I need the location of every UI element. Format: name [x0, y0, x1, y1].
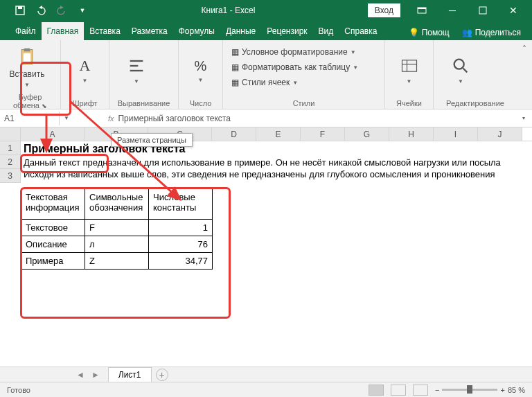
font-group-label: Шрифт: [66, 98, 103, 107]
close-button[interactable]: ✕: [499, 1, 528, 20]
tell-me-button[interactable]: 💡Помощ: [405, 25, 454, 40]
undo-icon[interactable]: [35, 4, 47, 17]
cell-text[interactable]: Исходя из написанных выше слов, эти свед…: [21, 168, 504, 180]
row-header[interactable]: 1: [0, 141, 21, 155]
cells-area[interactable]: Примерный заголовок текста Данный текст …: [21, 141, 532, 183]
sheet-nav-next-icon[interactable]: ►: [91, 370, 100, 380]
window-title: Книга1 - Excel: [89, 6, 368, 15]
paste-button[interactable]: Вставить ▼: [6, 43, 48, 91]
table-header[interactable]: Символьные обозначения: [85, 189, 149, 220]
font-group-button[interactable]: A▼: [66, 46, 103, 95]
expand-formula-icon[interactable]: ▾: [522, 115, 525, 121]
svg-line-15: [463, 69, 468, 73]
col-header[interactable]: A: [21, 127, 85, 141]
tab-home[interactable]: Главная: [42, 22, 85, 40]
qa-customize-icon[interactable]: ▼: [76, 4, 89, 17]
tab-layout[interactable]: Разметка: [126, 22, 173, 40]
table-cell[interactable]: Z: [85, 253, 149, 270]
clipboard-group-label: Буфер обмена ⬊: [6, 91, 55, 109]
col-header[interactable]: E: [256, 127, 301, 141]
select-all-corner[interactable]: [0, 127, 21, 141]
save-icon[interactable]: [14, 4, 26, 17]
add-sheet-button[interactable]: +: [156, 369, 168, 381]
zoom-slider[interactable]: [442, 389, 497, 391]
row-header[interactable]: 2: [0, 155, 21, 169]
tab-insert[interactable]: Вставка: [84, 22, 126, 40]
page-layout-view-button[interactable]: [391, 385, 406, 396]
tab-help[interactable]: Справка: [339, 22, 382, 40]
zoom-level[interactable]: 85 %: [508, 386, 525, 394]
tab-data[interactable]: Данные: [220, 22, 261, 40]
table-header[interactable]: Текстовая информация: [21, 189, 85, 220]
table-cell[interactable]: Текстовое: [21, 220, 85, 236]
conditional-formatting-button[interactable]: ▦Условное форматирование▼: [229, 46, 359, 58]
column-headers: A B C D E F G H I J: [0, 127, 532, 141]
table-cell[interactable]: 76: [149, 236, 213, 253]
fx-icon[interactable]: fx: [108, 114, 114, 123]
table-cell[interactable]: Описание: [21, 236, 85, 253]
title-bar: ▼ Книга1 - Excel Вход ─ ✕: [0, 0, 532, 21]
normal-view-button[interactable]: [369, 385, 384, 396]
bulb-icon: 💡: [409, 28, 419, 37]
cell-text[interactable]: Данный текст предназначен для использова…: [21, 157, 504, 168]
signin-button[interactable]: Вход: [368, 3, 400, 17]
cell-heading[interactable]: Примерный заголовок текста: [21, 141, 504, 157]
table-cell[interactable]: F: [85, 220, 149, 236]
table-header[interactable]: Числовые константы: [149, 189, 213, 220]
alignment-group-button[interactable]: ▼: [115, 46, 158, 95]
cell-styles-button[interactable]: ▦Стили ячеек▼: [229, 76, 301, 89]
col-header[interactable]: F: [301, 127, 345, 141]
sheet-tabs-bar: ◄ ► Лист1 +: [0, 367, 532, 382]
page-break-view-button[interactable]: [413, 385, 428, 396]
tooltip: Разметка страницы: [111, 133, 193, 147]
zoom-out-button[interactable]: −: [435, 386, 439, 394]
col-header[interactable]: G: [345, 127, 389, 141]
sheet-tab[interactable]: Лист1: [108, 367, 152, 382]
tab-formulas[interactable]: Формулы: [173, 22, 220, 40]
col-header[interactable]: I: [434, 127, 478, 141]
col-header[interactable]: J: [478, 127, 522, 141]
table-cell[interactable]: л: [85, 236, 149, 253]
svg-rect-3: [418, 8, 426, 9]
svg-rect-6: [24, 48, 30, 51]
styles-group-label: Стили: [229, 98, 379, 107]
zoom-in-button[interactable]: +: [500, 386, 504, 394]
format-as-table-button[interactable]: ▦Форматировать как таблицу▼: [229, 61, 361, 73]
status-text: Готово: [7, 386, 30, 394]
worksheet[interactable]: A B C D E F G H I J 1 2 3 Примерный заго…: [0, 127, 532, 356]
table-cell[interactable]: Примера: [21, 253, 85, 270]
data-table: Текстовая информация Символьные обозначе…: [21, 188, 213, 270]
status-bar: Готово − + 85 %: [0, 382, 532, 397]
svg-rect-4: [479, 7, 486, 14]
minimize-button[interactable]: ─: [438, 1, 467, 20]
table-cell[interactable]: 1: [149, 220, 213, 236]
cells-group-label: Ячейки: [391, 98, 427, 107]
percent-icon: %: [195, 58, 207, 74]
ribbon-display-icon[interactable]: [407, 1, 436, 20]
font-icon: A: [80, 57, 91, 75]
row-header[interactable]: 3: [0, 169, 21, 183]
tab-review[interactable]: Рецензирк: [261, 22, 312, 40]
name-box[interactable]: A1: [0, 112, 60, 125]
table-cell[interactable]: 34,77: [149, 253, 213, 270]
editing-group-label: Редактирование: [439, 98, 511, 107]
cells-icon: [400, 56, 419, 76]
share-button[interactable]: 👥Поделиться: [458, 25, 525, 40]
search-icon: [451, 56, 470, 76]
namebox-dropdown-icon[interactable]: ▼: [64, 115, 69, 121]
cells-group-button[interactable]: ▼: [391, 46, 427, 95]
share-icon: 👥: [462, 28, 472, 37]
col-header[interactable]: H: [389, 127, 434, 141]
maximize-button[interactable]: [468, 1, 497, 20]
sheet-nav-prev-icon[interactable]: ◄: [76, 370, 85, 380]
redo-icon[interactable]: [55, 4, 68, 17]
formula-bar[interactable]: Примерный заголовок текста: [118, 114, 518, 123]
svg-rect-1: [18, 6, 22, 9]
editing-group-button[interactable]: ▼: [439, 46, 482, 95]
collapse-ribbon-icon[interactable]: ˄: [522, 44, 526, 54]
number-group-label: Число: [184, 98, 217, 107]
tab-view[interactable]: Вид: [313, 22, 339, 40]
tab-file[interactable]: Файл: [10, 22, 42, 40]
col-header[interactable]: D: [212, 127, 256, 141]
number-group-button[interactable]: %▼: [184, 46, 217, 95]
